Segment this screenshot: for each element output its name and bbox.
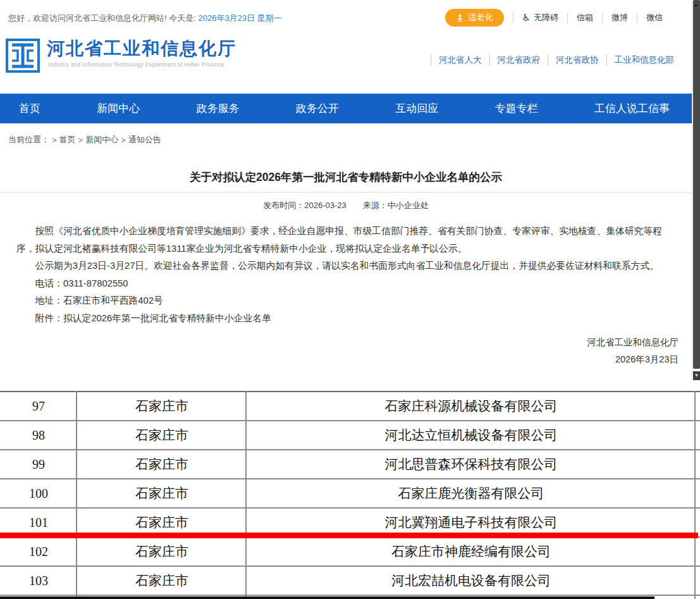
divider xyxy=(637,13,637,23)
signoff-organization: 河北省工业和信息化厅 xyxy=(587,334,679,351)
welcome-text: 您好，欢迎访问河北省工业和信息化厅网站! 今天是: 2026年3月23日 星期一 xyxy=(8,13,282,24)
nav-item[interactable]: 政务服务 xyxy=(197,101,240,116)
signoff-date: 2026年3月23日 xyxy=(587,351,679,368)
welcome-label: 您好，欢迎访问河北省工业和信息化厅网站! 今天是: xyxy=(8,13,196,23)
breadcrumb-item: > 新闻中心 xyxy=(78,134,119,145)
mailbox-link[interactable]: 信箱 xyxy=(577,12,593,23)
divider xyxy=(513,13,513,23)
article-paragraph: 电话：0311-87802550 xyxy=(16,275,675,293)
nav-item[interactable]: 政务公开 xyxy=(296,101,339,116)
breadcrumb-item: > 首页 xyxy=(52,134,76,145)
gov-link[interactable]: 河北省人大 xyxy=(431,54,489,66)
table-rows: 97 石家庄市 石家庄科源机械设备有限公司 98 石家庄市 河北达立恒机械设备有… xyxy=(0,392,700,596)
breadcrumb: 当前位置： > 首页 > 新闻中心 > 通知公告 xyxy=(0,130,692,148)
wechat-label: 微信 xyxy=(646,12,663,23)
gov-link-wrap: 河北省政府 xyxy=(489,54,548,66)
article-paragraph: 地址：石家庄市和平西路402号 xyxy=(16,292,675,310)
site-title: 河北省工业和信息化厅 xyxy=(47,37,236,61)
table-row: 97 石家庄市 石家庄科源机械设备有限公司 xyxy=(0,392,700,421)
nav-item[interactable]: 新闻中心 xyxy=(97,101,140,116)
city-cell: 石家庄市 xyxy=(77,450,247,478)
aging-person-icon xyxy=(456,14,464,22)
vertical-scrollbar[interactable]: ▲ ▼ xyxy=(692,0,700,380)
article-title: 关于对拟认定2026年第一批河北省专精特新中小企业名单的公示 xyxy=(0,170,692,185)
main-nav: 首页 新闻中心 政务服务 政务公开 互动回应 专题专栏 工信人说工信事 xyxy=(0,94,700,123)
breadcrumb-item: > 通知公告 xyxy=(121,134,161,145)
breadcrumb-items: > 首页 > 新闻中心 > 通知公告 xyxy=(52,134,161,145)
row-number-cell: 100 xyxy=(0,479,77,507)
company-name-cell: 河北思普森环保科技有限公司 xyxy=(247,450,696,478)
table-column-divider xyxy=(76,391,77,599)
gov-link-wrap: 河北省政协 xyxy=(548,54,606,66)
nav-item[interactable]: 专题专栏 xyxy=(495,101,538,116)
title-divider xyxy=(0,192,700,193)
gov-link[interactable]: 工业和信息化部 xyxy=(607,54,682,66)
article-source: 来源：中小企业处 xyxy=(363,201,429,210)
breadcrumb-separator: > xyxy=(52,135,57,145)
city-cell: 石家庄市 xyxy=(77,567,247,595)
utility-links: 适老化 ♿ 无障碍 信箱 微博 微信 xyxy=(445,9,663,27)
publish-date: 发布时间：2026-03-23 xyxy=(263,201,347,210)
row-number-cell: 102 xyxy=(0,538,77,565)
highlight-underline xyxy=(0,533,698,538)
article-paragraph: 公示期为3月23日-3月27日。欢迎社会各界监督，公示期内如有异议，请以实名和书… xyxy=(16,257,675,275)
company-name-cell: 河北达立恒机械设备有限公司 xyxy=(247,421,696,449)
city-cell: 石家庄市 xyxy=(77,479,247,507)
article-meta: 发布时间：2026-03-23来源：中小企业处 xyxy=(0,200,692,211)
row-number-cell: 97 xyxy=(0,392,77,420)
city-cell: 石家庄市 xyxy=(77,538,247,565)
company-table: 97 石家庄市 石家庄科源机械设备有限公司 98 石家庄市 河北达立恒机械设备有… xyxy=(0,391,700,599)
row-number-cell: 98 xyxy=(0,421,77,449)
nav-item[interactable]: 工信人说工信事 xyxy=(594,101,670,116)
accessibility-button[interactable]: ♿ 无障碍 xyxy=(522,12,558,23)
breadcrumb-separator: > xyxy=(78,135,83,145)
gov-link[interactable]: 河北省政协 xyxy=(548,54,606,66)
weibo-label: 微博 xyxy=(611,12,628,23)
nav-item[interactable]: 首页 xyxy=(19,101,40,116)
company-name-cell: 石家庄市神鹿经编有限公司 xyxy=(247,538,696,565)
table-row: 102 石家庄市 石家庄市神鹿经编有限公司 xyxy=(0,538,700,567)
mailbox-label: 信箱 xyxy=(577,12,593,23)
scrollbar-down-icon[interactable]: ▼ xyxy=(693,371,700,380)
article-signoff: 河北省工业和信息化厅 2026年3月23日 xyxy=(587,334,679,368)
nav-item[interactable]: 互动回应 xyxy=(395,101,438,116)
table-column-divider xyxy=(245,391,247,599)
table-row: 99 石家庄市 河北思普森环保科技有限公司 xyxy=(0,450,700,479)
breadcrumb-link[interactable]: 首页 xyxy=(59,134,76,145)
current-date: 2026年3月23日 星期一 xyxy=(198,13,281,23)
breadcrumb-separator: > xyxy=(121,135,126,145)
article-paragraph: 按照《河北省优质中小企业梯度培育管理实施细则》要求，经企业自愿申报、市级工信部门… xyxy=(16,223,675,257)
divider xyxy=(602,13,603,23)
article-paragraph: 附件：拟认定2026年第一批河北省专精特新中小企业名单 xyxy=(16,310,675,328)
table-right-border xyxy=(694,391,696,599)
row-number-cell: 103 xyxy=(0,567,77,595)
row-number-cell: 99 xyxy=(0,450,77,478)
table-row: 98 石家庄市 河北达立恒机械设备有限公司 xyxy=(0,421,700,450)
gov-link-wrap: 工业和信息化部 xyxy=(606,54,682,66)
top-utility-bar: 您好，欢迎访问河北省工业和信息化厅网站! 今天是: 2026年3月23日 星期一… xyxy=(0,0,692,32)
company-name-cell: 河北宏喆机电设备有限公司 xyxy=(247,567,696,595)
company-name-cell: 石家庄科源机械设备有限公司 xyxy=(247,392,696,420)
site-logo-icon[interactable] xyxy=(5,38,40,73)
scrollbar-thumb[interactable] xyxy=(693,0,700,369)
accessibility-label: 无障碍 xyxy=(534,12,558,23)
site-header: 河北省工业和信息化厅 Industry and Information Tech… xyxy=(0,32,692,92)
city-cell: 石家庄市 xyxy=(77,421,247,449)
wechat-link[interactable]: 微信 xyxy=(646,12,663,23)
gov-links: 河北省人大 河北省政府 河北省政协 工业和信息化部 xyxy=(431,54,682,66)
gov-link-wrap: 河北省人大 xyxy=(431,54,489,66)
article-body: 按照《河北省优质中小企业梯度培育管理实施细则》要求，经企业自愿申报、市级工信部门… xyxy=(0,223,692,327)
weibo-link[interactable]: 微博 xyxy=(611,12,628,23)
aging-mode-label: 适老化 xyxy=(469,12,493,23)
gov-link[interactable]: 河北省政府 xyxy=(490,54,548,66)
table-row: 103 石家庄市 河北宏喆机电设备有限公司 xyxy=(0,567,700,596)
site-subtitle: Industry and Information Technology Depa… xyxy=(48,61,224,68)
company-name-cell: 石家庄鹿光衡器有限公司 xyxy=(247,479,696,507)
scrollbar-up-icon[interactable]: ▲ xyxy=(692,2,699,8)
breadcrumb-label: 当前位置： xyxy=(8,134,49,145)
breadcrumb-link[interactable]: 新闻中心 xyxy=(85,134,118,145)
wheelchair-icon: ♿ xyxy=(522,12,531,23)
table-row: 100 石家庄市 石家庄鹿光衡器有限公司 xyxy=(0,479,700,509)
aging-mode-button[interactable]: 适老化 xyxy=(445,9,504,27)
breadcrumb-link[interactable]: 通知公告 xyxy=(128,134,161,145)
